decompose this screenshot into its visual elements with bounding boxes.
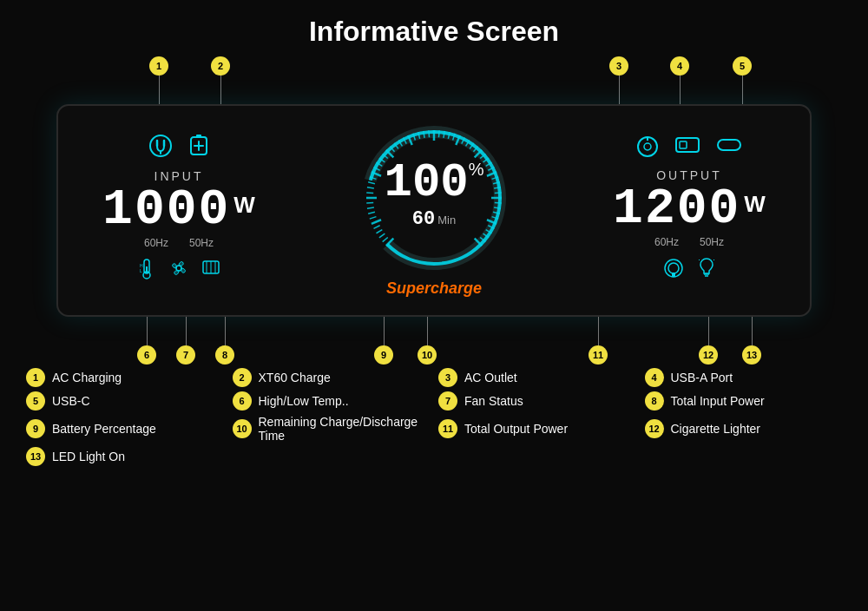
svg-line-22	[379, 233, 385, 238]
legend-badge-9: 9	[26, 419, 45, 438]
connector-line-1	[159, 76, 160, 104]
legend-text-9: Battery Percentage	[52, 422, 156, 436]
gauge-min-value: 60	[412, 208, 435, 230]
legend-badge-13: 13	[26, 447, 45, 466]
usb-c-icon	[716, 135, 742, 163]
svg-line-27	[368, 212, 375, 214]
legend-badge-1: 1	[26, 368, 45, 387]
connector-line-5	[742, 76, 743, 104]
legend-badge-7: 7	[438, 391, 457, 411]
legend-item-12: 12 Cigarette Lighter	[645, 415, 843, 443]
legend-text-12: Cigarette Lighter	[671, 422, 761, 436]
output-panel: OUTPUT 1200 W 60Hz 50Hz	[589, 135, 789, 283]
temp-icon: H L	[137, 258, 156, 284]
gauge-container: for ticks around 270 degree arc from -22…	[356, 120, 512, 276]
input-panel: INPUT 1000 W 60Hz 50Hz H L	[79, 134, 279, 284]
fan-icon	[168, 258, 189, 284]
usb-a-icon	[674, 135, 700, 163]
legend-text-3: AC Outlet	[464, 371, 517, 384]
legend-item-11: 11 Total Output Power	[438, 415, 636, 443]
callout-badge-12: 12	[699, 345, 718, 365]
callout-badge-5: 5	[733, 56, 752, 76]
output-hz1: 60Hz	[654, 236, 679, 248]
callout-badge-8: 8	[215, 345, 234, 365]
callout-badge-4: 4	[670, 56, 689, 76]
legend-item-4: 4 USB-A Port	[645, 368, 843, 387]
legend-badge-2: 2	[233, 368, 252, 387]
legend-text-6: High/Low Temp..	[259, 394, 349, 408]
callout-badge-11: 11	[589, 345, 608, 365]
legend-text-7: Fan Status	[464, 394, 523, 408]
svg-line-51	[438, 130, 439, 137]
light-bulb-icon	[697, 257, 716, 283]
legend-text-13: LED Light On	[52, 450, 125, 463]
legend-item-6: 6 High/Low Temp..	[233, 391, 431, 411]
legend-item-5: 5 USB-C	[26, 391, 224, 411]
svg-line-93	[699, 260, 700, 260]
input-hz-row: 60Hz 50Hz	[144, 237, 214, 249]
legend-badge-5: 5	[26, 391, 45, 411]
connector-line-9	[384, 317, 385, 345]
input-hz2: 50Hz	[189, 237, 214, 249]
legend-badge-4: 4	[645, 368, 664, 387]
svg-line-25	[372, 220, 381, 224]
legend-item-9: 9 Battery Percentage	[26, 415, 224, 443]
connector-line-4	[680, 76, 681, 104]
connector-line-7	[186, 317, 187, 345]
legend-text-4: USB-A Port	[671, 371, 733, 384]
callout-badge-2: 2	[211, 56, 230, 76]
svg-line-29	[366, 202, 373, 203]
center-gauge-panel: for ticks around 270 degree arc from -22…	[334, 120, 534, 298]
page-title: Informative Screen	[0, 0, 868, 56]
callout-badge-6: 6	[137, 345, 156, 365]
callout-badge-13: 13	[742, 345, 761, 365]
ac-charging-icon	[148, 134, 173, 164]
svg-point-13	[176, 266, 181, 271]
legend-badge-12: 12	[645, 419, 664, 438]
svg-rect-86	[718, 140, 740, 150]
svg-rect-5	[196, 135, 201, 138]
legend-text-10: Remaining Charge/Discharge Time	[259, 415, 431, 443]
svg-line-23	[376, 230, 382, 233]
svg-text:L: L	[140, 268, 142, 273]
legend-badge-8: 8	[645, 391, 664, 411]
svg-line-28	[367, 207, 374, 208]
ac-outlet-icon	[636, 135, 659, 163]
gauge-center-text: 100% 60 Min	[384, 160, 483, 230]
device-screen: INPUT 1000 W 60Hz 50Hz H L	[56, 104, 812, 317]
output-hz2: 50Hz	[700, 236, 724, 248]
callout-badge-9: 9	[374, 345, 393, 365]
legend-item-10: 10 Remaining Charge/Discharge Time	[233, 415, 431, 443]
callout-badge-7: 7	[176, 345, 195, 365]
connector-line-2	[220, 76, 221, 104]
legend-text-8: Total Input Power	[671, 394, 765, 408]
svg-line-49	[429, 130, 430, 137]
svg-rect-85	[680, 141, 687, 148]
xt60-icon	[188, 134, 209, 164]
svg-line-32	[367, 187, 374, 188]
legend-text-11: Total Output Power	[464, 422, 568, 436]
svg-line-71	[495, 202, 502, 203]
input-hz1: 60Hz	[144, 237, 168, 249]
connector-line-12	[708, 317, 709, 345]
legend-item-2: 2 XT60 Charge	[233, 368, 431, 387]
svg-line-33	[368, 182, 375, 184]
svg-line-21	[383, 237, 388, 241]
svg-rect-89	[672, 273, 675, 277]
connector-line-8	[225, 317, 226, 345]
callout-badge-1: 1	[149, 56, 168, 76]
output-unit: W	[744, 191, 766, 218]
legend-badge-6: 6	[233, 391, 252, 411]
gauge-min-label: Min	[437, 214, 456, 227]
legend-text-1: AC Charging	[52, 371, 122, 384]
input-value: 1000	[102, 185, 230, 235]
svg-line-31	[366, 193, 373, 194]
connector-line-10	[427, 317, 428, 345]
svg-line-24	[374, 226, 380, 229]
connector-line-6	[147, 317, 148, 345]
legend-badge-10: 10	[233, 419, 252, 438]
svg-line-69	[495, 193, 502, 194]
connector-line-11	[598, 317, 599, 345]
svg-line-26	[370, 217, 377, 219]
legend-badge-3: 3	[438, 368, 457, 387]
